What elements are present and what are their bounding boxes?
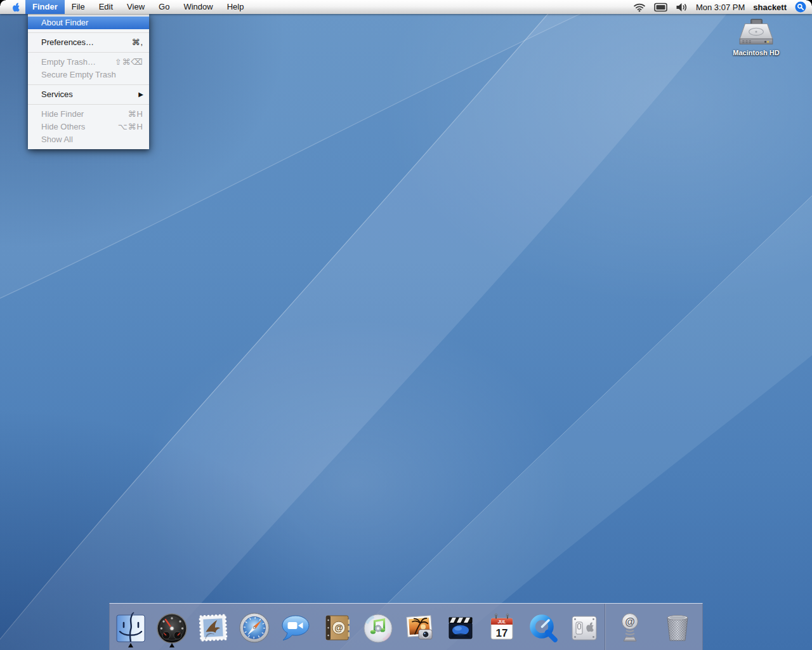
address-book-icon: @ bbox=[320, 611, 353, 644]
menubar-menu-edit[interactable]: Edit bbox=[92, 0, 120, 14]
menu-item-shortcut: ⇧⌘⌫ bbox=[115, 56, 143, 69]
dock-item-quicktime[interactable] bbox=[522, 604, 563, 650]
menu-item-preferences[interactable]: Preferences…⌘, bbox=[28, 36, 149, 49]
dock-item-finder[interactable] bbox=[110, 604, 151, 650]
menu-item-hide-finder: Hide Finder⌘H bbox=[28, 108, 149, 121]
menubar-menu-finder[interactable]: Finder bbox=[25, 0, 65, 14]
dock-item-address-book[interactable]: @ bbox=[316, 604, 357, 650]
dock-item-itunes[interactable] bbox=[357, 604, 398, 650]
at-glyph: @ bbox=[334, 623, 343, 633]
menu-item-label: Hide Finder bbox=[41, 108, 84, 121]
menu-item-label: Show All bbox=[41, 133, 73, 146]
menu-item-shortcut: ⌥⌘H bbox=[118, 121, 143, 133]
ical-day: 17 bbox=[495, 627, 508, 639]
dock-item-ichat[interactable] bbox=[275, 604, 316, 650]
menubar-menu-go[interactable]: Go bbox=[152, 0, 176, 14]
trash-icon bbox=[661, 611, 694, 644]
desktop[interactable]: Macintosh HD FinderFileEditViewGoWindowH… bbox=[0, 0, 812, 650]
dock-item-ical[interactable]: JUL 17 bbox=[481, 604, 522, 650]
menubar-menu-window[interactable]: Window bbox=[176, 0, 219, 14]
apple-menu[interactable] bbox=[6, 0, 25, 14]
apple-icon bbox=[11, 2, 21, 13]
volume-label: Macintosh HD bbox=[733, 49, 779, 56]
running-indicator bbox=[169, 643, 174, 647]
mail-icon bbox=[197, 611, 230, 644]
menu-item-shortcut: ⌘H bbox=[128, 108, 143, 121]
menu-item-about-finder[interactable]: About Finder bbox=[28, 17, 149, 29]
menu-item-label: Secure Empty Trash bbox=[41, 69, 116, 81]
dock-item-iphoto[interactable] bbox=[398, 604, 440, 650]
ical-month: JUL bbox=[497, 620, 506, 624]
menu-separator bbox=[28, 81, 149, 88]
dock-item-safari[interactable] bbox=[233, 604, 275, 650]
menu-item-show-all: Show All bbox=[28, 133, 149, 146]
menu-bar-menus: FinderFileEditViewGoWindowHelp bbox=[25, 0, 251, 14]
wifi-icon[interactable] bbox=[633, 3, 646, 12]
menubar-menu-view[interactable]: View bbox=[120, 0, 152, 14]
menu-item-empty-trash: Empty Trash…⇧⌘⌫ bbox=[28, 56, 149, 69]
at-glyph: @ bbox=[625, 616, 635, 627]
menu-item-label: Services bbox=[41, 88, 73, 101]
imovie-icon bbox=[444, 611, 477, 644]
ichat-icon bbox=[279, 611, 312, 644]
display-icon[interactable] bbox=[654, 3, 667, 12]
running-indicator bbox=[128, 643, 133, 647]
fast-user-switching-menu[interactable]: shackett bbox=[753, 3, 787, 12]
menu-item-label: About Finder bbox=[41, 17, 88, 29]
menu-separator bbox=[28, 49, 149, 56]
hard-drive-icon bbox=[737, 18, 776, 48]
quicktime-icon bbox=[527, 611, 560, 644]
menu-bar-status: Mon 3:07 PM shackett bbox=[633, 0, 812, 14]
at-spring-icon: @ bbox=[613, 611, 646, 644]
menu-item-services[interactable]: Services▶ bbox=[28, 88, 149, 101]
dock: @ bbox=[109, 603, 703, 650]
menu-item-label: Preferences… bbox=[41, 36, 94, 49]
menu-item-label: Hide Others bbox=[41, 121, 85, 133]
dock-item-imovie[interactable] bbox=[440, 604, 481, 650]
menu-item-secure-empty-trash: Secure Empty Trash bbox=[28, 69, 149, 81]
dock-item-mac-os-x-link[interactable]: @ bbox=[606, 604, 653, 650]
dock-item-mail[interactable] bbox=[192, 604, 233, 650]
iphoto-icon bbox=[403, 611, 436, 644]
finder-menu-dropdown: About FinderPreferences…⌘,Empty Trash…⇧⌘… bbox=[28, 14, 149, 149]
system-preferences-icon bbox=[568, 611, 601, 644]
itunes-icon bbox=[362, 611, 395, 644]
safari-icon bbox=[238, 611, 271, 644]
volume-icon[interactable] bbox=[676, 3, 688, 12]
menubar-menu-file[interactable]: File bbox=[65, 0, 92, 14]
dashboard-icon bbox=[155, 611, 188, 644]
spotlight-icon[interactable] bbox=[795, 1, 806, 13]
ical-icon: JUL 17 bbox=[485, 611, 518, 644]
desktop-icon-macintosh-hd[interactable]: Macintosh HD bbox=[719, 18, 793, 56]
menu-bar: FinderFileEditViewGoWindowHelp bbox=[0, 0, 812, 14]
menu-item-hide-others: Hide Others⌥⌘H bbox=[28, 121, 149, 133]
dock-item-dashboard[interactable] bbox=[151, 604, 192, 650]
finder-icon bbox=[114, 611, 147, 644]
dock-item-trash[interactable] bbox=[653, 604, 701, 650]
menu-separator bbox=[28, 101, 149, 108]
menu-bar-clock[interactable]: Mon 3:07 PM bbox=[696, 3, 745, 12]
menubar-menu-help[interactable]: Help bbox=[220, 0, 251, 14]
menu-item-label: Empty Trash… bbox=[41, 56, 96, 69]
dock-item-system-preferences[interactable] bbox=[563, 604, 605, 650]
submenu-arrow-icon: ▶ bbox=[138, 88, 143, 101]
menu-separator bbox=[28, 29, 149, 36]
menu-item-shortcut: ⌘, bbox=[131, 36, 143, 49]
